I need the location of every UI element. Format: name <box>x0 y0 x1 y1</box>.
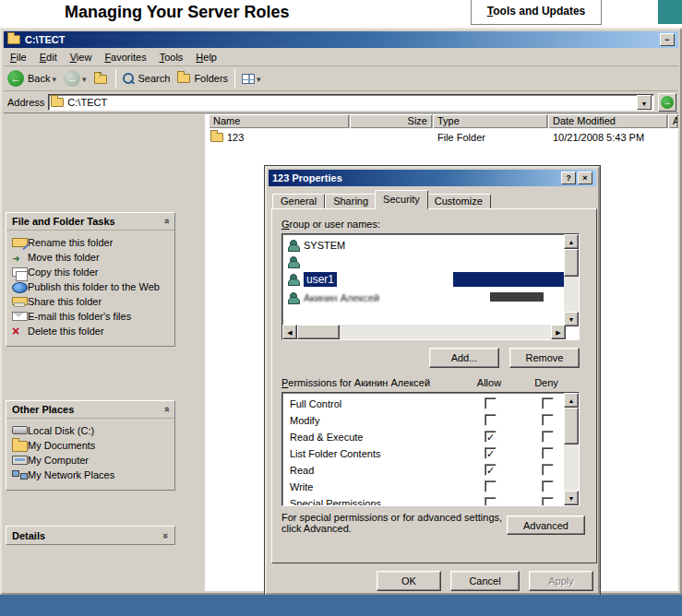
details-header[interactable]: Details <box>6 527 174 544</box>
task-rename-folder[interactable]: Rename this folder <box>12 237 171 249</box>
menu-file[interactable]: File <box>4 50 33 65</box>
deny-checkbox-list-folder-contents[interactable] <box>542 447 554 459</box>
close-button[interactable] <box>578 172 592 184</box>
perm-row-list-folder-contents[interactable]: List Folder Contents <box>282 446 579 463</box>
perm-row-write[interactable]: Write <box>282 480 579 496</box>
dialog-titlebar[interactable]: 123 Properties <box>269 170 596 186</box>
file-name-cell[interactable]: 123 <box>209 132 350 143</box>
place-my-computer[interactable]: My Computer <box>12 455 171 467</box>
place-my-documents[interactable]: My Documents <box>12 440 171 452</box>
group-user-names-list[interactable]: SYSTEM user1 Акинин Алексей <box>281 233 580 340</box>
menu-help[interactable]: Help <box>189 50 223 65</box>
back-label: Back <box>28 73 50 84</box>
folders-button[interactable]: Folders <box>173 67 232 89</box>
up-button[interactable] <box>90 67 113 89</box>
tab-sharing[interactable]: Sharing <box>325 194 377 209</box>
search-button[interactable]: Search <box>119 67 174 89</box>
column-header-type[interactable]: Type <box>433 114 548 128</box>
user-row-system[interactable]: SYSTEM <box>284 237 345 254</box>
addressbar: Address C:\TECT <box>4 91 678 113</box>
permissions-list[interactable]: Full Control Modify Read & Execute List … <box>281 392 580 506</box>
perm-label: Special Permissions <box>290 498 381 506</box>
add-button[interactable]: Add... <box>429 348 499 368</box>
cancel-button[interactable]: Cancel <box>450 571 520 591</box>
go-button[interactable] <box>658 93 676 112</box>
perm-row-read[interactable]: Read <box>282 463 579 480</box>
allow-checkbox-modify[interactable] <box>485 414 497 426</box>
scroll-thumb[interactable] <box>564 249 579 277</box>
deny-checkbox-full-control[interactable] <box>542 397 554 409</box>
column-header-attributes[interactable]: Attributes <box>668 114 678 128</box>
deny-checkbox-modify[interactable] <box>542 414 554 426</box>
scroll-down-button[interactable] <box>564 491 579 505</box>
allow-checkbox-list-folder-contents[interactable] <box>485 447 497 459</box>
address-dropdown-button[interactable] <box>637 95 652 110</box>
tab-customize[interactable]: Customize <box>426 194 491 209</box>
column-header-date-modified[interactable]: Date Modified <box>548 114 668 128</box>
tab-general[interactable]: General <box>272 194 325 209</box>
task-publish-folder[interactable]: Publish this folder to the Web <box>12 281 171 293</box>
remove-button[interactable]: Remove <box>509 348 580 368</box>
minimize-button[interactable] <box>660 33 675 46</box>
scroll-thumb[interactable] <box>297 325 340 339</box>
task-share-folder[interactable]: Share this folder <box>12 296 171 308</box>
menu-edit[interactable]: Edit <box>33 50 64 65</box>
user-row-user1-selected[interactable]: user1 <box>284 271 337 288</box>
task-email-files[interactable]: E-mail this folder's files <box>12 311 171 323</box>
scroll-up-button[interactable] <box>564 234 579 249</box>
address-field[interactable]: C:\TECT <box>48 94 654 111</box>
other-places-header[interactable]: Other Places <box>6 401 174 419</box>
allow-checkbox-special-permissions[interactable] <box>485 497 497 506</box>
scroll-left-button[interactable] <box>282 325 297 339</box>
perm-row-full-control[interactable]: Full Control <box>282 397 579 413</box>
file-folder-tasks-header[interactable]: File and Folder Tasks <box>6 213 174 231</box>
advanced-button[interactable]: Advanced <box>507 515 585 535</box>
forward-dropdown-icon[interactable] <box>80 73 87 84</box>
deny-checkbox-read-execute[interactable] <box>542 431 554 443</box>
forward-button[interactable] <box>60 67 90 89</box>
collapse-icon[interactable] <box>163 216 169 227</box>
back-dropdown-icon[interactable] <box>50 73 56 84</box>
place-local-disk-c[interactable]: Local Disk (C:) <box>12 425 171 437</box>
column-header-size[interactable]: Size <box>350 114 433 128</box>
allow-checkbox-write[interactable] <box>485 480 497 492</box>
user-list-vscrollbar[interactable] <box>564 234 579 326</box>
scroll-down-button[interactable] <box>564 312 579 326</box>
ok-button[interactable]: OK <box>377 571 441 591</box>
help-button[interactable] <box>561 172 576 184</box>
deny-checkbox-special-permissions[interactable] <box>542 497 554 506</box>
menu-favorites[interactable]: Favorites <box>98 50 152 65</box>
task-move-folder[interactable]: Move this folder <box>12 252 171 264</box>
allow-checkbox-read-execute[interactable] <box>485 431 497 443</box>
explorer-titlebar[interactable]: C:\TECT <box>4 31 678 48</box>
user-row-akinin[interactable]: Акинин Алексей <box>284 290 379 306</box>
views-dropdown-icon[interactable] <box>255 73 261 84</box>
user-row-redacted[interactable] <box>284 254 304 270</box>
task-delete-folder[interactable]: Delete this folder <box>12 326 171 338</box>
scroll-right-button[interactable] <box>551 325 566 339</box>
back-button[interactable]: Back <box>4 67 60 89</box>
perm-row-read-execute[interactable]: Read & Execute <box>282 430 579 446</box>
column-header-name[interactable]: Name <box>209 114 350 128</box>
menu-view[interactable]: View <box>64 50 99 65</box>
deny-checkbox-read[interactable] <box>542 464 554 476</box>
tab-tools-and-updates[interactable]: Tools and Updates <box>471 0 602 25</box>
views-button[interactable] <box>238 67 265 89</box>
address-value[interactable]: C:\TECT <box>67 97 637 108</box>
scroll-thumb[interactable] <box>564 408 579 444</box>
file-row-123[interactable]: 123 File Folder 10/21/2008 5:43 PM <box>209 130 678 145</box>
user-list-hscrollbar[interactable] <box>282 325 566 339</box>
perm-list-vscrollbar[interactable] <box>564 393 579 505</box>
collapse-icon[interactable] <box>163 404 169 415</box>
perm-row-special-permissions[interactable]: Special Permissions <box>282 496 579 506</box>
task-copy-folder[interactable]: Copy this folder <box>12 267 171 278</box>
perm-row-modify[interactable]: Modify <box>282 413 579 430</box>
allow-checkbox-full-control[interactable] <box>485 397 497 409</box>
menu-tools[interactable]: Tools <box>153 50 190 65</box>
tab-security[interactable]: Security <box>375 190 428 209</box>
deny-checkbox-write[interactable] <box>542 480 554 492</box>
place-my-network-places[interactable]: My Network Places <box>12 469 171 481</box>
expand-icon[interactable] <box>163 530 169 541</box>
scroll-up-button[interactable] <box>564 393 579 408</box>
allow-checkbox-read[interactable] <box>485 464 497 476</box>
